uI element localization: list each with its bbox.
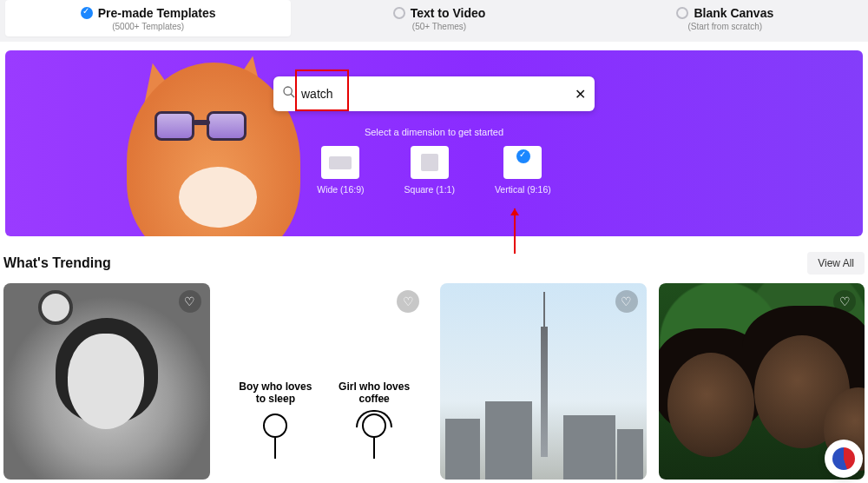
hero-panel: ✕ Select a dimension to get started Wide… [5,50,863,236]
mode-tab-strip: Pre-made Templates (5000+ Templates) Tex… [0,0,868,42]
hero-illustration-cat [5,50,300,236]
radio-icon [393,7,405,19]
check-icon [516,149,530,163]
template-card[interactable]: ♡ Boy who loves to sleep Girl who loves … [222,283,429,480]
clock-icon [38,290,73,325]
mode-title: Text to Video [411,6,486,20]
annotation-arrow [514,208,516,254]
trending-cards: ♡ ♡ Boy who loves to sleep Girl who love… [0,283,868,480]
stick-figure-icon [349,414,399,474]
mode-tab-text-to-video[interactable]: Text to Video (50+ Themes) [296,0,582,36]
svg-point-0 [284,87,292,95]
mode-tab-blank-canvas[interactable]: Blank Canvas (Start from scratch) [582,0,868,36]
favorite-icon[interactable]: ♡ [615,290,638,313]
dimension-options: Wide (16:9) Square (1:1) Vertical (9:16) [317,146,550,195]
card-text: to sleep [229,393,323,405]
mode-subtitle: (50+ Themes) [412,22,466,31]
mode-title: Pre-made Templates [98,6,216,20]
favorite-icon[interactable]: ♡ [397,290,419,313]
chat-widget-button[interactable] [825,440,863,478]
clear-icon[interactable]: ✕ [575,86,586,103]
view-all-button[interactable]: View All [807,252,865,275]
mode-title: Blank Canvas [694,6,773,20]
template-search[interactable]: ✕ [273,76,595,111]
dimension-hint: Select a dimension to get started [365,127,503,137]
card-text: Girl who loves [327,380,421,393]
dimension-label: Wide (16:9) [317,184,364,195]
search-input[interactable] [296,87,575,101]
dimension-option-square[interactable]: Square (1:1) [404,146,455,195]
mode-subtitle: (5000+ Templates) [112,22,184,31]
dimension-option-vertical[interactable]: Vertical (9:16) [495,146,551,195]
check-icon [81,7,93,19]
card-text: Boy who loves [229,380,323,393]
mode-tab-premade[interactable]: Pre-made Templates (5000+ Templates) [5,0,291,36]
trending-heading: What's Trending [3,255,111,271]
stick-figure-icon [250,414,300,474]
search-icon [282,85,296,103]
dimension-label: Square (1:1) [404,184,455,195]
template-card[interactable]: ♡ [3,283,210,480]
radio-icon [676,7,688,19]
card-text: coffee [327,393,421,405]
svg-line-1 [291,94,294,97]
favorite-icon[interactable]: ♡ [179,290,201,313]
chat-icon [832,447,855,470]
template-card[interactable]: ♡ [440,283,647,480]
mode-subtitle: (Start from scratch) [688,22,763,31]
dimension-option-wide[interactable]: Wide (16:9) [317,146,364,195]
dimension-label: Vertical (9:16) [495,184,551,195]
